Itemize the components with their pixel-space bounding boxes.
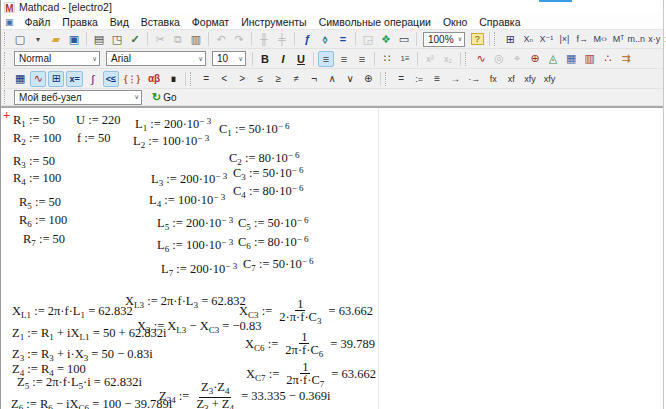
dot-product-button[interactable]: x·y	[646, 31, 662, 47]
vector-field-plot-button[interactable]: ⇉	[618, 51, 634, 67]
global-definition-button[interactable]: ≡	[429, 71, 445, 87]
evaluation-palette-button[interactable]: x=	[66, 71, 82, 87]
align-right-button[interactable]: ≡	[354, 51, 370, 67]
infix-operator-button[interactable]: xfy	[521, 71, 539, 87]
align-center-button[interactable]: ≡	[336, 51, 352, 67]
less-equal-button[interactable]: ≤	[252, 71, 268, 87]
transpose-operator-button[interactable]: Mᵀ	[610, 31, 626, 47]
subscript-operator-button[interactable]: Xₙ	[520, 31, 536, 47]
surface-plot-button[interactable]: ◬	[545, 51, 561, 67]
greek-palette-button[interactable]: αβ	[145, 71, 163, 87]
calculate-button[interactable]: =	[335, 31, 351, 47]
print-button[interactable]: ▤	[91, 31, 107, 47]
region-C1[interactable]: C1 := 50·10− 6	[219, 120, 290, 140]
region-C3[interactable]: C3 := 50·10− 6	[233, 164, 304, 184]
new-button[interactable]: ▢	[12, 31, 28, 47]
zoom-select[interactable]: 100%∨	[423, 32, 465, 47]
graph-palette-button[interactable]: ∿	[30, 71, 46, 87]
save-button[interactable]: ▣	[66, 31, 82, 47]
programming-palette-button[interactable]: {⋮}	[121, 71, 143, 87]
print-preview-button[interactable]: ◳	[109, 31, 125, 47]
region-U[interactable]: U := 220	[76, 114, 121, 127]
menu-item[interactable]: Окно	[437, 16, 473, 28]
region-C4[interactable]: C4 := 80·10− 6	[233, 182, 304, 202]
not-button[interactable]: ¬	[306, 71, 322, 87]
range-variable-button[interactable]: m..n	[628, 31, 644, 47]
scatter-3d-plot-button[interactable]: ∴	[600, 51, 616, 67]
region-XL3[interactable]: XL3 := 2π·f·L3 = 62.832	[125, 295, 246, 312]
insert-function-button[interactable]: ƒ	[299, 31, 315, 47]
determinant-operator-button[interactable]: |×|	[556, 31, 572, 47]
region-L4[interactable]: L4 := 100·10− 3	[149, 191, 225, 211]
font-size-select[interactable]: 10∨	[212, 51, 246, 66]
insert-matrix-button[interactable]: ⊞	[502, 31, 518, 47]
region-L7[interactable]: L7 := 200·10− 3	[161, 260, 237, 280]
region-XL1[interactable]: XL1 := 2π·f·L1 = 62.832	[12, 305, 133, 322]
go-button[interactable]: ↻ Go	[147, 90, 182, 105]
menu-item[interactable]: Инструменты	[235, 16, 312, 28]
symbolic-evaluation-button[interactable]: →	[447, 71, 463, 87]
menu-item[interactable]: Файл	[19, 16, 57, 28]
menu-item[interactable]: Символьные операции	[313, 16, 437, 28]
region-R4[interactable]: R4 := 100	[13, 172, 61, 189]
matrix-palette-button[interactable]: ⊞	[48, 71, 64, 87]
region-C5[interactable]: C5 := 50·10− 6	[238, 214, 309, 234]
assignment-button[interactable]: :=	[411, 71, 427, 87]
polar-plot-button[interactable]: ⊕	[527, 51, 543, 67]
help-button[interactable]: ?	[469, 31, 485, 47]
region-C6[interactable]: C6 := 80·10− 6	[238, 233, 309, 253]
vectorize-operator-button[interactable]: f→	[574, 31, 590, 47]
region-R2[interactable]: R2 := 100	[13, 132, 61, 149]
xor-button[interactable]: ⊕	[360, 71, 376, 87]
region-Z6[interactable]: Z6 := R6 − iXC6 = 100 − 39.789i	[11, 398, 172, 409]
region-Z34[interactable]: Z34 := Z3·Z4Z3 + Z4 = 33.335 − 0.369i	[159, 381, 331, 409]
style-select[interactable]: Normal∨	[14, 51, 100, 66]
boolean-equals-button[interactable]: =	[198, 71, 214, 87]
insert-text-region-button[interactable]: ▭	[396, 31, 412, 47]
greater-than-button[interactable]: >	[234, 71, 250, 87]
align-left-button[interactable]: ≡	[318, 51, 334, 67]
underline-button[interactable]: U	[293, 51, 309, 67]
menu-item[interactable]: Правка	[56, 16, 103, 28]
region-L2[interactable]: L2 := 100·10− 3	[133, 132, 209, 152]
xy-plot-button[interactable]: ∿	[473, 51, 489, 67]
symbolic-palette-button[interactable]: ∎	[165, 71, 181, 87]
document-icon[interactable]: ▣	[5, 17, 14, 27]
region-R1[interactable]: R1 := 50	[13, 114, 55, 131]
bar-3d-plot-button[interactable]: ▥	[581, 51, 597, 67]
not-equal-button[interactable]: ≠	[288, 71, 304, 87]
greater-equal-button[interactable]: ≥	[270, 71, 286, 87]
spell-check-button[interactable]: ✓	[127, 31, 143, 47]
less-than-button[interactable]: <	[216, 71, 232, 87]
insert-unit-button[interactable]: ⬨	[317, 31, 333, 47]
web-address-select[interactable]: Мой веб-узел ∨	[14, 90, 142, 105]
region-L6[interactable]: L6 := 100·10− 3	[157, 236, 233, 256]
evaluate-numerically-button[interactable]: =	[393, 71, 409, 87]
region-Z1[interactable]: Z1 := R1 + iXL1 = 50 + 62.832i	[12, 327, 167, 344]
inverse-operator-button[interactable]: X⁻¹	[538, 31, 554, 47]
open-button[interactable]: ▰	[48, 31, 64, 47]
region-f[interactable]: f := 50	[77, 132, 110, 145]
region-R3[interactable]: R3 := 50	[13, 155, 55, 172]
component-wizard-button[interactable]: ❖	[378, 31, 394, 47]
or-button[interactable]: ∨	[342, 71, 358, 87]
calculator-palette-button[interactable]: ▦	[12, 71, 28, 87]
function-operator-button[interactable]: fx	[485, 71, 501, 87]
treefix-operator-button[interactable]: xfy	[541, 71, 559, 87]
worksheet[interactable]: + R1 := 50U := 220L1 := 200·10− 3C1 := 5…	[1, 108, 663, 409]
menu-item[interactable]: Формат	[186, 16, 235, 28]
region-Z5[interactable]: Z5 := 2π·f·L5·i = 62.832i	[17, 376, 142, 393]
boolean-palette-button[interactable]: <≤	[103, 71, 119, 87]
calculus-palette-button[interactable]: ∫	[85, 71, 101, 87]
postfix-operator-button[interactable]: xf	[503, 71, 519, 87]
paste-button[interactable]: ▥	[188, 31, 204, 47]
symbolic-keyword-evaluation-button[interactable]: ·→	[465, 71, 483, 87]
menu-item[interactable]: Вид	[104, 16, 135, 28]
matrix-column-button[interactable]: M‹›	[592, 31, 608, 47]
region-L5[interactable]: L5 := 200·10− 3	[157, 214, 233, 234]
italic-button[interactable]: I	[275, 51, 291, 67]
contour-plot-button[interactable]: ▦	[563, 51, 579, 67]
bold-button[interactable]: B	[257, 51, 273, 67]
region-R6[interactable]: R6 := 100	[19, 214, 67, 231]
region-C7[interactable]: C7 := 50·10− 6	[243, 255, 314, 275]
